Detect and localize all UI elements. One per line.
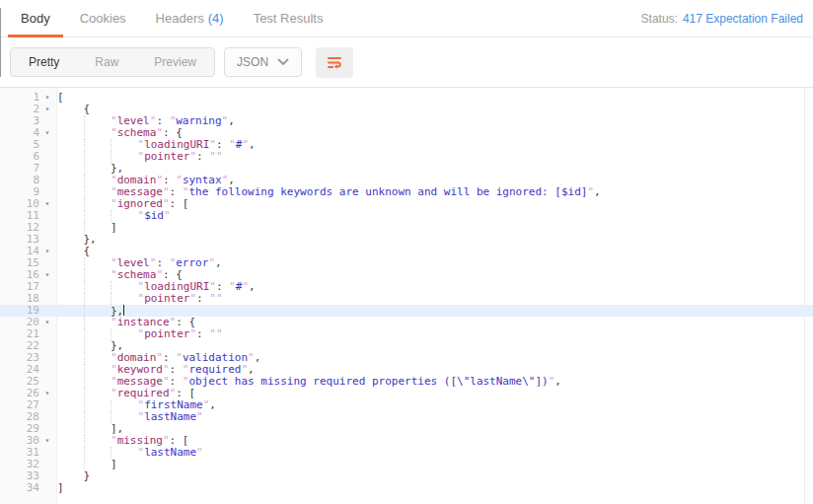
wrap-lines-button[interactable] <box>316 47 353 78</box>
tab-label: Headers <box>156 11 204 26</box>
fold-spacer <box>39 305 55 317</box>
response-toolbar: PrettyRawPreview JSON <box>0 37 813 87</box>
code-text: [ <box>57 92 813 104</box>
fold-spacer <box>39 210 55 222</box>
wrap-lines-icon <box>326 53 343 71</box>
code-line: 13 }, <box>0 234 813 246</box>
fold-spacer <box>39 175 55 186</box>
tab-headers[interactable]: Headers(4) <box>141 0 239 36</box>
line-gutter: 1▾ <box>0 92 57 104</box>
fold-spacer <box>39 328 55 340</box>
fold-spacer <box>39 352 55 364</box>
fold-spacer <box>39 399 55 411</box>
fold-spacer <box>39 423 55 435</box>
fold-spacer <box>39 376 55 388</box>
status-value[interactable]: 417 Expectation Failed <box>683 12 803 26</box>
fold-spacer <box>39 411 55 423</box>
tab-body[interactable]: Body <box>6 0 65 36</box>
response-status: Status:417 Expectation Failed <box>641 12 813 26</box>
fold-toggle-icon[interactable]: ▾ <box>39 92 55 104</box>
view-switcher: PrettyRawPreview <box>10 47 215 77</box>
code-text: "lastName" <box>57 447 813 459</box>
line-number: 34 <box>0 482 39 494</box>
fold-spacer <box>39 186 55 198</box>
code-text: "lastName" <box>57 411 813 423</box>
tab-count-badge: (4) <box>208 11 224 26</box>
code-text: "pointer": "" <box>57 293 813 305</box>
view-pretty[interactable]: Pretty <box>11 48 77 76</box>
tab-cookies[interactable]: Cookies <box>65 0 141 36</box>
line-gutter: 2▾ <box>0 104 57 115</box>
fold-toggle-icon[interactable]: ▾ <box>39 127 55 139</box>
chevron-down-icon <box>277 58 289 66</box>
fold-spacer <box>39 281 55 293</box>
tab-label: Cookies <box>80 11 126 26</box>
line-gutter: 34 <box>0 482 57 494</box>
tab-test-results[interactable]: Test Results <box>239 0 338 36</box>
fold-spacer <box>39 459 55 470</box>
code-text: }, <box>57 234 813 246</box>
code-line: 18 "pointer": "" <box>0 293 813 305</box>
code-text: "$id" <box>57 210 813 222</box>
code-text: "ignored": [ <box>57 198 813 210</box>
fold-spacer <box>39 447 55 459</box>
code-line: 1▾[ <box>0 92 813 104</box>
format-dropdown-label: JSON <box>237 55 268 69</box>
fold-spacer <box>39 151 55 163</box>
fold-spacer <box>39 482 55 494</box>
response-tab-bar: BodyCookiesHeaders(4)Test Results Status… <box>0 0 813 37</box>
code-text: ] <box>57 459 813 470</box>
code-text: ] <box>57 482 813 494</box>
fold-spacer <box>39 257 55 269</box>
response-tabs: BodyCookiesHeaders(4)Test Results <box>0 0 337 36</box>
response-viewer: BodyCookiesHeaders(4)Test Results Status… <box>0 0 813 504</box>
fold-spacer <box>39 222 55 234</box>
fold-toggle-icon[interactable]: ▾ <box>39 246 55 257</box>
line-gutter: 4▾ <box>0 127 57 139</box>
fold-spacer <box>39 364 55 376</box>
response-body-editor[interactable]: 1▾[2▾ {3 "level": "warning",4▾ "schema":… <box>0 87 813 504</box>
code-text: "pointer": "" <box>57 151 813 163</box>
fold-spacer <box>39 340 55 352</box>
code-text: "pointer": "" <box>57 328 813 340</box>
fold-spacer <box>39 234 55 246</box>
fold-spacer <box>39 139 55 151</box>
code-line: 33 } <box>0 470 813 482</box>
line-gutter: 5 <box>0 139 57 151</box>
code-line: 34] <box>0 482 813 494</box>
code-line: 32 ] <box>0 459 813 470</box>
panel-divider <box>0 8 1 77</box>
code-line: 11 "$id" <box>0 210 813 222</box>
code-line: 31 "lastName" <box>0 447 813 459</box>
fold-spacer <box>39 470 55 482</box>
code-text: ] <box>57 222 813 234</box>
fold-spacer <box>39 163 55 175</box>
fold-spacer <box>39 115 55 127</box>
view-preview[interactable]: Preview <box>136 48 214 76</box>
fold-toggle-icon[interactable]: ▾ <box>39 269 55 281</box>
status-label: Status: <box>641 12 678 26</box>
fold-toggle-icon[interactable]: ▾ <box>39 388 55 399</box>
fold-toggle-icon[interactable]: ▾ <box>39 104 55 115</box>
line-gutter: 6 <box>0 151 57 163</box>
fold-toggle-icon[interactable]: ▾ <box>39 317 55 328</box>
code-line: 12 ] <box>0 222 813 234</box>
json-code: 1▾[2▾ {3 "level": "warning",4▾ "schema":… <box>0 88 813 494</box>
view-raw[interactable]: Raw <box>77 48 136 76</box>
line-gutter: 8 <box>0 175 57 186</box>
fold-toggle-icon[interactable]: ▾ <box>39 435 55 447</box>
fold-toggle-icon[interactable]: ▾ <box>39 198 55 210</box>
tab-label: Test Results <box>254 11 324 26</box>
tab-label: Body <box>21 11 50 26</box>
code-text: } <box>57 470 813 482</box>
fold-spacer <box>39 293 55 305</box>
line-gutter: 3 <box>0 115 57 127</box>
text-cursor <box>123 305 124 316</box>
format-dropdown[interactable]: JSON <box>224 47 302 77</box>
line-gutter: 7 <box>0 163 57 175</box>
